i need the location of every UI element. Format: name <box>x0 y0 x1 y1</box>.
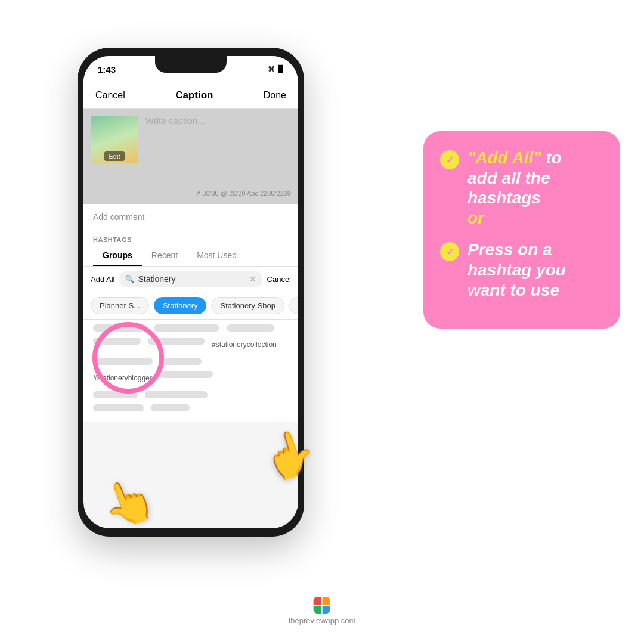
chip-planner[interactable]: Planner S... <box>91 297 149 314</box>
nav-title: Caption <box>175 89 213 101</box>
hashtag-blur-2 <box>154 324 219 332</box>
hashtag-stationerycollection[interactable]: #stationerycollection <box>212 338 277 352</box>
logo-cell-2 <box>323 597 330 605</box>
caption-thumbnail: Edit <box>91 116 138 163</box>
search-cancel-button[interactable]: Cancel <box>267 275 291 284</box>
hashtag-tabs: Groups Recent Most Used <box>83 246 298 267</box>
search-input-value[interactable]: Stationery <box>138 274 245 284</box>
check-icon-1: ✓ <box>440 150 459 169</box>
hashtag-stationeryblogger[interactable]: #stationeryblogger <box>93 371 152 385</box>
tab-most-used[interactable]: Most Used <box>187 246 246 266</box>
or-label: or <box>467 209 484 227</box>
chip-stationery-shop[interactable]: Stationery Shop <box>211 297 284 314</box>
hashtags-section: HASHTAGS Groups Recent Most Used Add All… <box>83 230 298 422</box>
watermark: thepreviewapp.com <box>289 597 356 625</box>
hashtags-label: HASHTAGS <box>83 230 298 246</box>
hashtag-blur-12 <box>151 404 190 411</box>
caption-area: Edit Write caption... # 30/30 @ 20/20 Ab… <box>83 109 298 204</box>
add-all-button[interactable]: Add All <box>91 275 114 284</box>
logo-cell-1 <box>314 597 321 605</box>
hashtag-blur-5 <box>148 338 205 345</box>
nav-bar: Cancel Caption Done <box>83 82 298 109</box>
status-icons: ⌘ ▊ <box>268 65 284 73</box>
first-comment-placeholder: Add comment <box>93 212 144 222</box>
tab-groups[interactable]: Groups <box>93 246 142 266</box>
check-icon-2: ✓ <box>440 242 459 261</box>
done-button[interactable]: Done <box>264 90 286 101</box>
hashtag-row-6 <box>93 404 289 411</box>
hashtag-blur-6 <box>93 358 153 365</box>
logo-cell-3 <box>314 606 321 614</box>
hashtag-row-2: #stationerycollection <box>93 338 289 352</box>
tag-chips: Planner S... Stationery Stationery Shop … <box>83 292 298 320</box>
search-field[interactable]: 🔍 Stationery ✕ <box>119 271 262 287</box>
hashtag-blur-10 <box>145 391 208 398</box>
watermark-url: thepreviewapp.com <box>289 616 356 625</box>
edit-label[interactable]: Edit <box>104 151 125 161</box>
add-all-emphasis: "Add All" <box>467 148 541 167</box>
hashtag-row-1 <box>93 324 289 332</box>
hashtag-blur-8 <box>159 371 213 378</box>
battery-icon: ▊ <box>278 65 284 73</box>
hashtag-blur-11 <box>93 404 144 411</box>
search-icon: 🔍 <box>125 275 134 283</box>
phone-mockup: 1:43 ⌘ ▊ Cancel Caption Done Edit Write … <box>78 48 304 537</box>
info-row-2: ✓ Press on a hashtag you want to use <box>440 240 603 300</box>
hashtag-blur-3 <box>227 324 274 332</box>
hashtag-blur-9 <box>93 391 138 398</box>
tab-recent[interactable]: Recent <box>142 246 187 266</box>
phone-screen: 1:43 ⌘ ▊ Cancel Caption Done Edit Write … <box>83 56 298 528</box>
cancel-button[interactable]: Cancel <box>95 90 125 101</box>
search-row: Add All 🔍 Stationery ✕ Cancel <box>83 267 298 292</box>
chip-sticker[interactable]: Sticke... <box>289 297 298 314</box>
phone-notch <box>155 56 227 73</box>
hashtag-list: #stationerycollection #stationeryblogger <box>83 320 298 422</box>
first-comment-field[interactable]: Add comment <box>83 204 298 230</box>
caption-stats: # 30/30 @ 20/20 Abc 2200/2200 <box>197 190 291 197</box>
hashtag-blur-7 <box>160 358 202 365</box>
hashtag-blur-4 <box>93 338 141 345</box>
bubble-text-1: "Add All" to add all the hashtags or <box>467 148 562 228</box>
caption-placeholder[interactable]: Write caption... <box>145 116 205 197</box>
chip-stationery[interactable]: Stationery <box>154 297 207 314</box>
app-logo <box>314 597 330 614</box>
hashtag-row-4: #stationeryblogger <box>93 371 289 385</box>
logo-cell-4 <box>323 606 330 614</box>
info-bubble: ✓ "Add All" to add all the hashtags or ✓… <box>423 131 620 329</box>
info-row-1: ✓ "Add All" to add all the hashtags or <box>440 148 603 228</box>
hashtag-row-5 <box>93 391 289 398</box>
hashtag-blur-1 <box>93 324 147 332</box>
status-time: 1:43 <box>98 64 116 75</box>
wifi-icon: ⌘ <box>268 65 275 73</box>
search-clear-icon[interactable]: ✕ <box>249 274 256 284</box>
bubble-text-2: Press on a hashtag you want to use <box>467 240 566 300</box>
hashtag-row-3 <box>93 358 289 365</box>
